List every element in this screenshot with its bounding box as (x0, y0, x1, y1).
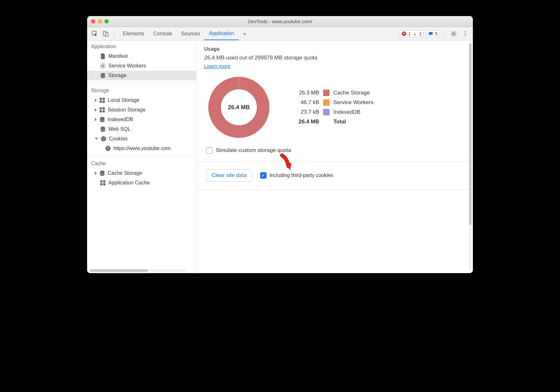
sidebar-item-label: Application Cache (108, 180, 150, 186)
separator (444, 30, 445, 38)
sidebar-item-manifest[interactable]: Manifest (87, 51, 196, 61)
svg-line-23 (101, 67, 102, 68)
donut-center-label: 26.4 MB (207, 75, 271, 139)
svg-line-21 (101, 64, 102, 65)
expand-icon[interactable] (95, 172, 97, 175)
gear-icon (100, 63, 106, 69)
svg-rect-2 (105, 33, 108, 36)
legend-total-row: 26.4 MB Total (290, 119, 373, 125)
cookie-icon (101, 136, 106, 142)
svg-rect-31 (100, 107, 102, 110)
svg-line-24 (104, 64, 105, 65)
sidebar-item-label: Manifest (108, 53, 128, 59)
device-toggle-icon[interactable] (101, 29, 110, 38)
svg-line-22 (104, 67, 105, 68)
clear-site-data-button[interactable]: Clear site data (206, 169, 252, 182)
sidebar-item-label: Cookies (109, 136, 128, 142)
cookie-icon (105, 146, 111, 151)
content-area: Application Manifest Service Workers Sto… (87, 40, 473, 273)
sidebar-item-application-cache[interactable]: Application Cache (87, 178, 196, 188)
svg-point-43 (107, 147, 108, 148)
warning-icon: ▲ (413, 31, 417, 36)
svg-rect-3 (429, 32, 433, 35)
messages-badge[interactable]: 5 (426, 30, 440, 37)
application-sidebar: Application Manifest Service Workers Sto… (87, 40, 196, 273)
svg-rect-29 (100, 101, 102, 103)
svg-rect-48 (103, 180, 105, 183)
legend-value: 23.7 kB (290, 109, 319, 115)
simulate-quota-checkbox[interactable] (206, 147, 212, 154)
sidebar-item-storage[interactable]: Storage (87, 71, 196, 80)
sidebar-item-websql[interactable]: Web SQL (87, 124, 196, 134)
usage-donut-chart: 26.4 MB (207, 75, 271, 139)
close-window-button[interactable] (91, 19, 95, 23)
legend-total-value: 26.4 MB (290, 119, 319, 125)
sidebar-item-cookies[interactable]: Cookies (87, 134, 196, 144)
main-scrollbar[interactable] (469, 43, 472, 271)
sidebar-scrollbar[interactable] (90, 269, 186, 272)
svg-point-13 (465, 31, 465, 32)
expand-icon[interactable] (95, 99, 97, 102)
inspect-element-icon[interactable] (90, 29, 99, 38)
svg-point-44 (109, 147, 110, 148)
legend-name: Cache Storage (333, 90, 370, 96)
svg-point-16 (102, 65, 104, 67)
toolbar-right: ✕ 1 ▲ 1 5 (400, 29, 470, 38)
svg-point-40 (103, 139, 104, 140)
grid-icon (100, 180, 106, 186)
svg-rect-50 (103, 183, 105, 185)
sidebar-item-service-workers[interactable]: Service Workers (87, 61, 196, 71)
settings-gear-icon[interactable] (449, 29, 458, 38)
error-count: 1 (408, 31, 411, 36)
tab-application[interactable]: Application (204, 27, 239, 40)
tab-sources[interactable]: Sources (176, 27, 204, 40)
grid-icon (99, 97, 105, 103)
legend-value: 46.7 kB (290, 99, 319, 106)
sidebar-item-label: Local Storage (108, 97, 140, 103)
minimize-window-button[interactable] (98, 19, 102, 23)
third-party-cookies-label: including third-party cookies (270, 173, 333, 178)
grid-icon (99, 107, 105, 113)
third-party-cookies-checkbox[interactable] (260, 172, 266, 179)
tab-console[interactable]: Console (149, 27, 177, 40)
svg-point-14 (465, 33, 465, 34)
divider (196, 161, 473, 162)
more-menu-icon[interactable] (461, 29, 470, 38)
divider (196, 189, 473, 190)
message-icon (429, 31, 433, 36)
svg-point-45 (107, 149, 108, 150)
separator (114, 30, 114, 38)
maximize-window-button[interactable] (104, 19, 109, 23)
panel-tabs: Elements Console Sources Application » (118, 27, 250, 40)
section-application: Application (87, 40, 196, 51)
svg-line-10 (455, 35, 456, 36)
collapse-icon[interactable] (95, 138, 98, 140)
storage-panel: Usage 26.4 MB used out of 299978 MB stor… (196, 40, 473, 273)
sidebar-item-cookie-origin[interactable]: https://www.youtube.com (87, 144, 196, 153)
svg-rect-47 (100, 180, 103, 183)
expand-icon[interactable] (95, 108, 97, 111)
sidebar-item-session-storage[interactable]: Session Storage (87, 105, 196, 115)
sidebar-item-label: IndexedDB (108, 117, 133, 122)
sidebar-item-cache-storage[interactable]: Cache Storage (87, 168, 196, 178)
learn-more-link[interactable]: Learn more (204, 64, 230, 69)
database-icon (99, 170, 105, 176)
legend-swatch-empty (323, 119, 330, 125)
svg-rect-27 (100, 98, 102, 100)
clear-data-row: Clear site data including third-party co… (204, 169, 465, 182)
sidebar-item-label: https://www.youtube.com (113, 146, 171, 151)
svg-point-39 (104, 138, 105, 139)
sidebar-item-local-storage[interactable]: Local Storage (87, 95, 196, 105)
legend-value: 26.3 MB (290, 90, 319, 96)
error-warning-badge[interactable]: ✕ 1 ▲ 1 (400, 30, 424, 37)
sidebar-item-indexeddb[interactable]: IndexedDB (87, 115, 196, 124)
tab-elements[interactable]: Elements (118, 27, 149, 40)
expand-icon[interactable] (95, 118, 97, 121)
warning-count: 1 (419, 31, 421, 36)
svg-line-12 (455, 31, 456, 32)
titlebar: DevTools - www.youtube.com/ (87, 16, 473, 27)
usage-summary: 26.4 MB used out of 299978 MB storage qu… (204, 55, 465, 61)
tabs-overflow[interactable]: » (239, 27, 250, 40)
sidebar-item-label: Session Storage (108, 107, 145, 113)
svg-line-11 (452, 35, 452, 36)
